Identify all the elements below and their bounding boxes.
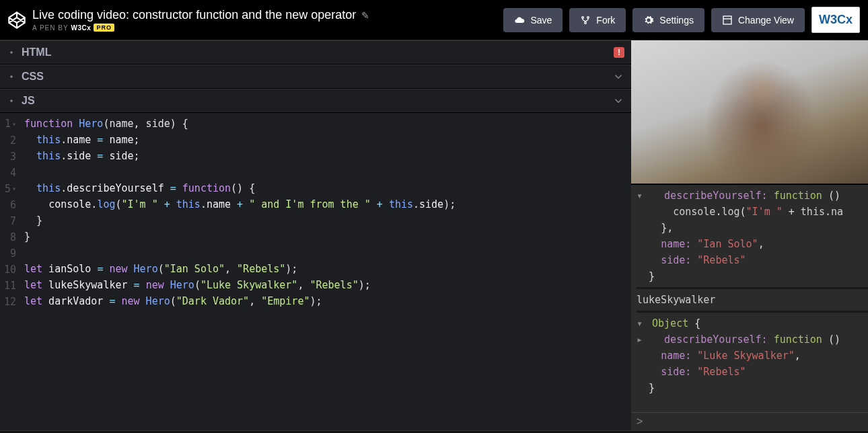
edit-title-icon[interactable]: ✎ — [361, 10, 369, 21]
author-name[interactable]: W3Cx — [71, 24, 92, 32]
code-content[interactable]: function Hero(name, side) { this.name = … — [20, 113, 456, 430]
console-prompt[interactable]: > — [631, 412, 868, 430]
settings-button[interactable]: Settings — [632, 8, 704, 32]
pen-title: Live coding video: constructor function … — [32, 8, 356, 22]
console-input[interactable] — [647, 416, 863, 428]
error-badge[interactable]: ! — [614, 47, 624, 58]
fork-icon — [580, 15, 591, 26]
editor-column: HTML ! CSS JS 1▾2345▾6789101112 function… — [0, 40, 631, 430]
video-thumbnail[interactable] — [631, 40, 868, 185]
css-panel-header[interactable]: CSS — [0, 65, 631, 89]
svg-point-4 — [10, 51, 13, 54]
svg-point-0 — [582, 16, 584, 18]
gear-icon[interactable] — [7, 48, 16, 57]
svg-rect-3 — [723, 16, 731, 24]
prompt-caret: > — [637, 416, 643, 428]
fork-button[interactable]: Fork — [569, 8, 626, 32]
pro-badge: PRO — [94, 24, 114, 32]
top-bar: Live coding video: constructor function … — [0, 0, 868, 40]
svg-point-2 — [585, 22, 587, 24]
gear-icon — [643, 15, 654, 26]
preview-column: ▾ describeYourself: function () console.… — [631, 40, 868, 430]
html-label: HTML — [22, 46, 51, 58]
js-editor[interactable]: 1▾2345▾6789101112 function Hero(name, si… — [0, 113, 631, 430]
a-pen-by-label: A PEN BY — [32, 24, 69, 32]
svg-point-1 — [587, 16, 589, 18]
js-panel-header[interactable]: JS — [0, 89, 631, 113]
main-area: HTML ! CSS JS 1▾2345▾6789101112 function… — [0, 40, 868, 430]
footer-bar — [0, 430, 868, 433]
w3cx-badge[interactable]: W3Cx — [811, 7, 860, 33]
gear-icon[interactable] — [7, 96, 16, 106]
codepen-logo-icon — [8, 11, 26, 29]
gear-icon[interactable] — [7, 72, 16, 81]
title-block: Live coding video: constructor function … — [32, 8, 369, 32]
chevron-down-icon[interactable] — [612, 95, 624, 107]
save-button[interactable]: Save — [503, 8, 563, 32]
cloud-icon — [514, 15, 525, 26]
change-view-button[interactable]: Change View — [711, 8, 805, 32]
html-panel-header[interactable]: HTML ! — [0, 40, 631, 65]
layout-icon — [722, 15, 733, 26]
css-label: CSS — [22, 71, 44, 83]
console-output[interactable]: ▾ describeYourself: function () console.… — [631, 185, 868, 412]
svg-point-5 — [10, 75, 13, 78]
js-label: JS — [22, 95, 35, 107]
svg-point-6 — [10, 100, 13, 102]
line-gutter: 1▾2345▾6789101112 — [0, 113, 20, 430]
chevron-down-icon[interactable] — [612, 71, 624, 83]
